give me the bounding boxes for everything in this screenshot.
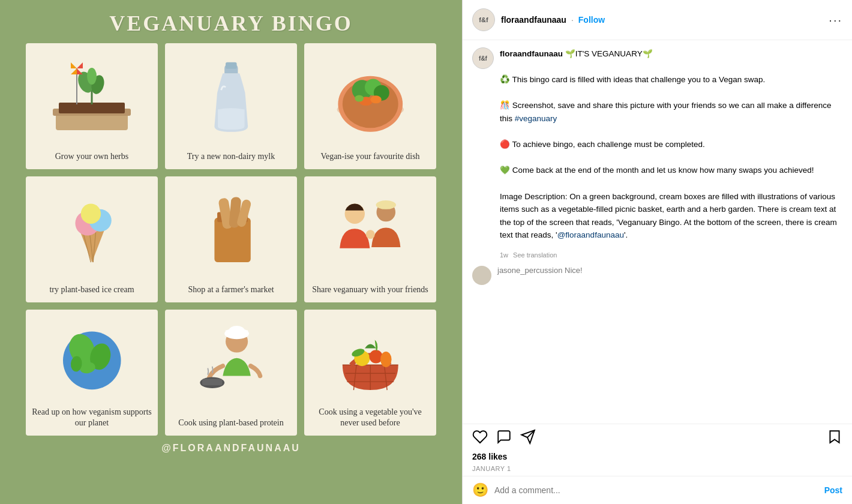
header-username[interactable]: floraandfaunaau: [501, 15, 566, 25]
commenter-avatar: [472, 266, 491, 285]
caption-text: floraandfaunaau 🌱IT'S VEGANUARY🌱 ♻️ This…: [500, 47, 842, 242]
svg-marker-9: [71, 68, 77, 74]
bingo-handle: @FLORAANDFAUNAAU: [161, 443, 301, 454]
time-ago: 1w: [500, 251, 508, 259]
share-button[interactable]: [520, 429, 536, 445]
svg-marker-8: [77, 68, 83, 74]
cell-veg-label: Cook using a vegetable you've never used…: [309, 407, 431, 428]
cell-herbs-label: Grow your own herbs: [55, 151, 128, 162]
svg-rect-12: [226, 62, 237, 69]
friends-icon: [309, 182, 431, 281]
bingo-cell-icecream: try plant-based ice cream: [26, 176, 158, 302]
header-info: floraandfaunaau · Follow: [501, 15, 829, 25]
caption-username[interactable]: floraandfaunaau: [500, 49, 563, 58]
bingo-cell-herbs: Grow your own herbs: [26, 43, 158, 169]
bingo-cell-market: Shop at a farmer's market: [165, 176, 297, 302]
cell-friends-label: Share veganuary with your friends: [312, 284, 428, 295]
caption-image-desc: Image Description: On a green background…: [500, 192, 837, 240]
svg-point-28: [80, 203, 100, 223]
svg-point-54: [380, 352, 392, 367]
comment-content: Nice!: [565, 266, 583, 275]
cell-market-label: Shop at a farmer's market: [188, 284, 274, 295]
bingo-cell-veg: Cook using a vegetable you've never used…: [304, 310, 436, 436]
follow-button[interactable]: Follow: [578, 15, 605, 25]
icecream-icon: [31, 182, 153, 281]
svg-point-37: [366, 230, 375, 239]
post-header: f&f floraandfaunaau · Follow ···: [463, 0, 852, 40]
caption-avatar: f&f: [472, 47, 494, 69]
svg-point-46: [229, 326, 244, 335]
at-floraandfaunaau[interactable]: @floraandfaunaau: [557, 230, 624, 239]
bingo-cell-planet: Read up on how veganism supports our pla…: [26, 310, 158, 436]
like-button[interactable]: [472, 429, 488, 445]
bread-icon: [170, 182, 292, 281]
svg-marker-11: [71, 62, 77, 68]
svg-point-36: [376, 200, 395, 209]
bingo-grid: Grow your own herbs Try a new non-dairy …: [26, 43, 436, 436]
cell-dish-label: Vegan-ise your favourite dish: [320, 151, 419, 162]
cell-icecream-label: try plant-based ice cream: [49, 284, 134, 295]
comment-button[interactable]: [496, 429, 512, 445]
basket-icon: [309, 316, 431, 403]
caption-emoji-1: 🌱IT'S VEGANUARY🌱: [565, 49, 653, 58]
svg-point-6: [87, 68, 97, 85]
emoji-picker-icon[interactable]: 🙂: [472, 482, 488, 498]
bingo-cell-protein: Cook using plant-based protein: [165, 310, 297, 436]
post-body: f&f floraandfaunaau 🌱IT'S VEGANUARY🌱 ♻️ …: [463, 40, 852, 424]
post-comment-button[interactable]: Post: [824, 485, 842, 495]
bingo-cell-friends: Share veganuary with your friends: [304, 176, 436, 302]
cell-protein-label: Cook using plant-based protein: [178, 418, 283, 428]
commenter-username[interactable]: jasone_percussion: [497, 266, 562, 275]
add-comment-area: 🙂 Post: [463, 476, 852, 504]
bookmark-button[interactable]: [827, 429, 842, 445]
caption-area: f&f floraandfaunaau 🌱IT'S VEGANUARY🌱 ♻️ …: [463, 40, 852, 249]
dot-separator: ·: [571, 15, 574, 25]
svg-point-21: [355, 95, 364, 101]
hashtag-veganuary[interactable]: #veganuary: [515, 114, 557, 123]
more-options-button[interactable]: ···: [829, 13, 842, 27]
instagram-post-panel: f&f floraandfaunaau · Follow ··· f&f flo…: [462, 0, 852, 504]
likes-count: 268 likes: [463, 449, 852, 464]
bingo-card-panel: VEGANUARY BINGO: [0, 0, 462, 504]
avatar: f&f: [472, 8, 495, 31]
caption-line-1: ♻️ This bingo card is filled with ideas …: [500, 75, 765, 84]
bingo-cell-dish: Vegan-ise your favourite dish: [304, 43, 436, 169]
comment-preview: jasone_percussion Nice!: [463, 261, 852, 290]
bingo-cell-mylk: Try a new non-dairy mylk: [165, 43, 297, 169]
bingo-title: VEGANUARY BINGO: [109, 11, 352, 36]
post-date: JANUARY 1: [463, 464, 852, 476]
caption-end: '.: [624, 230, 628, 239]
post-actions: [463, 424, 852, 449]
caption-line-3: 🔴 To achieve bingo, each challenge must …: [500, 140, 705, 149]
earth-icon: [31, 316, 153, 403]
svg-marker-58: [830, 431, 839, 443]
svg-rect-48: [202, 379, 222, 385]
bowl-icon: [309, 49, 431, 148]
comment-input[interactable]: [494, 485, 824, 495]
bottle-icon: [170, 49, 292, 148]
caption-line-4: 💚 Come back at the end of the month and …: [500, 166, 814, 175]
herbs-icon: [31, 49, 153, 148]
cell-planet-label: Read up on how veganism supports our pla…: [31, 407, 153, 428]
see-translation-button[interactable]: See translation: [513, 251, 557, 259]
comment-text: jasone_percussion Nice!: [497, 266, 583, 275]
svg-marker-10: [77, 62, 83, 68]
svg-point-20: [370, 95, 382, 103]
caption-meta: 1w See translation: [463, 249, 852, 261]
cooking-icon: [170, 316, 292, 414]
cell-mylk-label: Try a new non-dairy mylk: [187, 151, 275, 162]
